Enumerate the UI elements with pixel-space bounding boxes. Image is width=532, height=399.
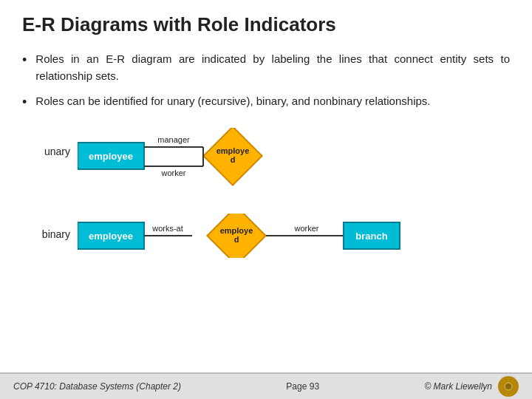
footer-logo-icon	[498, 376, 519, 397]
svg-text:manager: manager	[157, 135, 190, 144]
bullet-text-1: Roles in an E-R diagram are indicated by…	[35, 51, 510, 84]
binary-svg: employee works-at employe d worker branc…	[78, 214, 477, 258]
bullet-dot-2: •	[22, 95, 27, 110]
binary-diagram: binary employee works-at employe d worke…	[30, 211, 502, 258]
slide: E-R Diagrams with Role Indicators • Role…	[0, 0, 532, 399]
slide-title: E-R Diagrams with Role Indicators	[22, 13, 510, 36]
unary-label: unary	[30, 146, 70, 157]
svg-text:d: d	[231, 155, 236, 164]
svg-text:worker: worker	[160, 168, 185, 177]
bullet-dot-1: •	[22, 52, 27, 68]
slide-footer: COP 4710: Database Systems (Chapter 2) P…	[0, 372, 532, 399]
svg-text:worker: worker	[293, 224, 318, 233]
binary-label: binary	[30, 228, 70, 240]
slide-body: • Roles in an E-R diagram are indicated …	[0, 44, 532, 372]
footer-right: © Mark Liewellyn	[424, 376, 519, 397]
unary-diagram: unary employee manager employe d	[30, 125, 502, 194]
svg-text:works-at: works-at	[151, 224, 183, 233]
svg-text:employe: employe	[220, 226, 253, 235]
svg-text:employee: employee	[89, 231, 133, 242]
footer-page: Page 93	[286, 381, 319, 392]
slide-header: E-R Diagrams with Role Indicators	[0, 0, 532, 44]
svg-text:employe: employe	[216, 146, 250, 155]
svg-text:branch: branch	[355, 231, 387, 242]
bullet-text-2: Roles can be identified for unary (recur…	[35, 93, 430, 110]
diagrams-area: unary employee manager employe d	[22, 119, 510, 258]
footer-course: COP 4710: Database Systems (Chapter 2)	[13, 381, 181, 392]
unary-svg: employee manager employe d worker	[78, 128, 329, 194]
bullet-item-1: • Roles in an E-R diagram are indicated …	[22, 51, 510, 84]
svg-text:employee: employee	[89, 151, 133, 162]
bullet-item-2: • Roles can be identified for unary (rec…	[22, 93, 510, 110]
svg-point-22	[505, 383, 511, 389]
footer-copyright: © Mark Liewellyn	[424, 381, 492, 392]
svg-text:d: d	[234, 235, 239, 244]
